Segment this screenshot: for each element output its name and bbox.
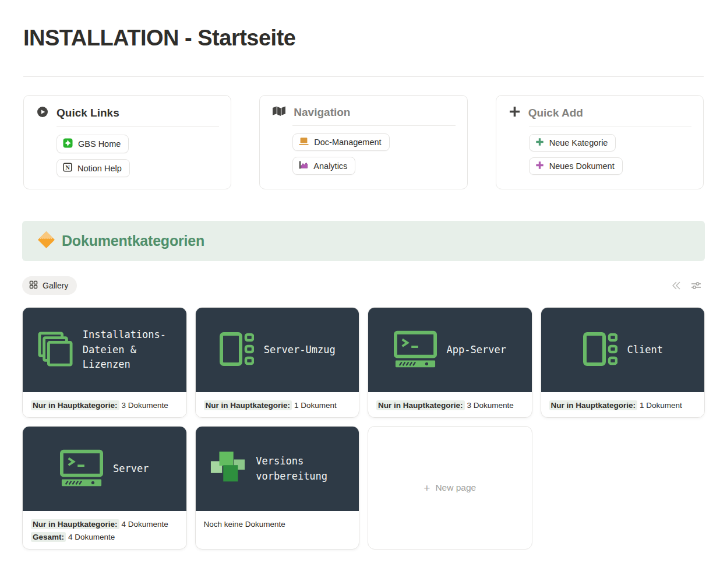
device-list-icon (583, 332, 617, 368)
card-server[interactable]: Server Nur in Hauptkategorie:4 Dokumente… (22, 426, 187, 550)
card-caption: Noch keine Dokumente (196, 511, 359, 536)
map-icon (273, 106, 285, 119)
card-title: App-Server (447, 343, 506, 358)
callout-header: Quick Add (509, 106, 691, 119)
tab-gallery[interactable]: Gallery (22, 276, 77, 295)
chevrons-left-icon[interactable] (671, 281, 681, 290)
caption-label: Nur in Hauptkategorie: (31, 519, 119, 529)
view-actions (671, 281, 705, 290)
caption-value: 3 Dokumente (467, 401, 514, 410)
card-caption: Nur in Hauptkategorie:3 Dokumente (368, 392, 532, 417)
callout-navigation: Navigation Doc-Management Analytics (259, 95, 467, 189)
card-title: Server (113, 462, 149, 477)
callout-quick-links: Quick Links GBS Home N Notion Help (23, 95, 231, 189)
divider (529, 126, 691, 126)
card-title: Installations-Dateien & Lizenzen (83, 328, 171, 372)
plus-purple-icon (535, 161, 544, 171)
card-cover: Server (23, 427, 186, 511)
caption-value: 1 Dokument (294, 401, 337, 410)
card-caption: Nur in Hauptkategorie:1 Dokument (541, 392, 705, 417)
card-caption: Nur in Hauptkategorie:1 Dokument (196, 392, 359, 417)
button-label: Neues Dokument (549, 161, 615, 171)
new-page-button[interactable]: + New page (368, 426, 532, 550)
button-label: Analytics (313, 161, 347, 171)
notion-help-button[interactable]: N Notion Help (57, 159, 130, 177)
sparkle-badge-icon (63, 138, 73, 150)
callout-title: Quick Links (57, 107, 119, 119)
gallery-grid-icon (29, 280, 38, 291)
card-caption: Nur in Hauptkategorie:4 Dokumente Gesamt… (23, 511, 186, 549)
analytics-button[interactable]: Analytics (292, 157, 355, 175)
button-label: Neue Kategorie (549, 138, 608, 147)
plus-green-icon (535, 138, 544, 148)
tune-icon[interactable] (691, 281, 701, 290)
divider (57, 126, 219, 127)
card-cover: App-Server (368, 308, 532, 392)
card-server-umzug[interactable]: Server-Umzug Nur in Hauptkategorie:1 Dok… (195, 307, 360, 418)
device-list-icon (219, 332, 254, 368)
card-title: Server-Umzug (264, 343, 336, 358)
caption-label: Nur in Hauptkategorie: (204, 400, 292, 410)
section-title: Dokumentkategorien (62, 233, 204, 249)
card-caption: Nur in Hauptkategorie:3 Dokumente (23, 392, 186, 417)
caption-label: Nur in Hauptkategorie: (31, 400, 119, 410)
version-blocks-icon (210, 450, 246, 488)
caption-value: 3 Dokumente (122, 401, 168, 410)
callout-title: Navigation (294, 106, 350, 119)
card-versionsvorbereitung[interactable]: Versions vorbereitung Noch keine Dokumen… (195, 426, 360, 550)
caption-value: Noch keine Dokumente (204, 520, 285, 529)
laptop-icon (299, 137, 309, 147)
card-cover: Server-Umzug (196, 308, 359, 392)
gallery-grid: Installations-Dateien & Lizenzen Nur in … (22, 307, 705, 550)
callout-row: Quick Links GBS Home N Notion Help (23, 95, 704, 189)
page: INSTALLATION - Startseite Quick Links GB… (0, 26, 727, 550)
caption-value: 4 Dokumente (68, 533, 115, 541)
callout-quick-add: Quick Add Neue Kategorie Neues Dokument (496, 95, 704, 189)
button-label: Notion Help (77, 164, 122, 173)
card-cover: Versions vorbereitung (196, 427, 359, 511)
neues-dokument-button[interactable]: Neues Dokument (529, 157, 623, 175)
plus-icon (509, 106, 520, 119)
callout-header: Quick Links (37, 106, 219, 120)
callout-title: Quick Add (528, 107, 583, 119)
tab-label: Gallery (43, 281, 68, 290)
caption-value: 1 Dokument (640, 401, 682, 410)
caption-value: 4 Dokumente (122, 520, 168, 529)
neue-kategorie-button[interactable]: Neue Kategorie (529, 134, 616, 152)
card-client[interactable]: Client Nur in Hauptkategorie:1 Dokument (541, 307, 705, 418)
notion-logo-icon: N (63, 163, 72, 174)
button-label: Doc-Management (314, 138, 381, 147)
diamond-icon (37, 231, 55, 251)
area-chart-icon (299, 160, 308, 171)
view-bar: Gallery (22, 276, 705, 295)
divider (292, 125, 455, 126)
gbs-home-button[interactable]: GBS Home (57, 135, 129, 153)
callout-header: Navigation (273, 106, 455, 119)
caption-label: Nur in Hauptkategorie: (549, 400, 638, 410)
page-title: INSTALLATION - Startseite (23, 26, 704, 51)
terminal-server-icon (60, 449, 103, 489)
card-cover: Client (541, 308, 705, 392)
card-cover: Installations-Dateien & Lizenzen (23, 308, 186, 392)
play-circle-icon (37, 106, 48, 120)
caption-label: Nur in Hauptkategorie: (376, 400, 465, 410)
button-label: GBS Home (78, 139, 121, 149)
new-page-label: New page (435, 483, 476, 493)
plus-icon: + (424, 483, 430, 494)
caption-label: Gesamt: (31, 532, 66, 542)
doc-management-button[interactable]: Doc-Management (292, 133, 389, 151)
svg-text:N: N (65, 164, 70, 171)
card-app-server[interactable]: App-Server Nur in Hauptkategorie:3 Dokum… (368, 307, 532, 418)
stacked-squares-icon (38, 332, 73, 369)
card-title: Versions vorbereitung (256, 454, 344, 484)
divider (23, 76, 704, 77)
terminal-server-icon (394, 330, 437, 370)
section-banner: Dokumentkategorien (22, 221, 705, 261)
card-installations-dateien-lizenzen[interactable]: Installations-Dateien & Lizenzen Nur in … (22, 307, 187, 418)
card-title: Client (627, 343, 663, 358)
